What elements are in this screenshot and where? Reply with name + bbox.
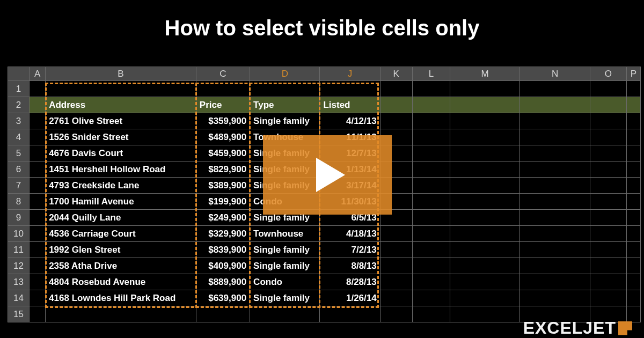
cell[interactable]	[412, 290, 450, 306]
cell[interactable]	[450, 290, 520, 306]
cell[interactable]	[590, 129, 626, 145]
cell[interactable]	[520, 113, 590, 129]
cell[interactable]	[590, 113, 626, 129]
cell[interactable]	[520, 274, 590, 290]
col-header-N[interactable]: N	[520, 67, 590, 81]
cell[interactable]	[450, 194, 520, 210]
cell[interactable]	[380, 226, 412, 242]
cell[interactable]	[30, 306, 46, 322]
cell[interactable]	[590, 145, 626, 161]
cell[interactable]	[320, 306, 380, 322]
cell[interactable]	[380, 81, 412, 97]
cell[interactable]	[520, 290, 590, 306]
col-header-L[interactable]: L	[412, 67, 450, 81]
row-header[interactable]: 3	[8, 113, 30, 129]
cell[interactable]	[626, 145, 640, 161]
cell[interactable]: $489,900	[196, 129, 250, 145]
cell[interactable]	[412, 258, 450, 274]
cell[interactable]	[626, 210, 640, 226]
row-header[interactable]: 13	[8, 274, 30, 290]
cell[interactable]	[30, 129, 46, 145]
cell[interactable]	[450, 81, 520, 97]
row-header[interactable]: 2	[8, 97, 30, 113]
cell[interactable]: Type	[250, 97, 320, 113]
cell[interactable]: 4793 Creekside Lane	[46, 178, 196, 194]
cell[interactable]: $199,900	[196, 194, 250, 210]
cell[interactable]	[520, 210, 590, 226]
cell[interactable]	[450, 129, 520, 145]
cell[interactable]	[250, 81, 320, 97]
cell[interactable]	[626, 274, 640, 290]
cell[interactable]: 4536 Carriage Court	[46, 226, 196, 242]
cell[interactable]	[590, 178, 626, 194]
cell[interactable]: 8/8/13	[320, 258, 380, 274]
cell[interactable]: Price	[196, 97, 250, 113]
cell[interactable]: Single family	[250, 242, 320, 258]
cell[interactable]	[196, 81, 250, 97]
cell[interactable]	[30, 81, 46, 97]
cell[interactable]	[380, 258, 412, 274]
cell[interactable]: $359,900	[196, 113, 250, 129]
cell[interactable]: 7/2/13	[320, 242, 380, 258]
cell[interactable]	[412, 194, 450, 210]
cell[interactable]	[450, 306, 520, 322]
cell[interactable]	[520, 226, 590, 242]
cell[interactable]: $409,900	[196, 258, 250, 274]
col-header-C[interactable]: C	[196, 67, 250, 81]
cell[interactable]	[380, 306, 412, 322]
cell[interactable]	[626, 97, 640, 113]
cell[interactable]	[590, 81, 626, 97]
cell[interactable]	[520, 129, 590, 145]
cell[interactable]	[450, 226, 520, 242]
cell[interactable]	[626, 226, 640, 242]
cell[interactable]: $329,900	[196, 226, 250, 242]
cell[interactable]	[626, 290, 640, 306]
cell[interactable]	[412, 226, 450, 242]
cell[interactable]	[412, 161, 450, 178]
cell[interactable]	[412, 274, 450, 290]
cell[interactable]: 8/28/13	[320, 274, 380, 290]
cell[interactable]: 1526 Snider Street	[46, 129, 196, 145]
cell[interactable]	[412, 145, 450, 161]
cell[interactable]	[590, 161, 626, 178]
cell[interactable]	[30, 145, 46, 161]
cell[interactable]	[520, 178, 590, 194]
cell[interactable]: 2044 Quilly Lane	[46, 210, 196, 226]
cell[interactable]	[520, 242, 590, 258]
cell[interactable]	[412, 178, 450, 194]
cell[interactable]	[412, 210, 450, 226]
cell[interactable]: $839,900	[196, 242, 250, 258]
row-header[interactable]: 9	[8, 210, 30, 226]
cell[interactable]: Single family	[250, 258, 320, 274]
cell[interactable]	[30, 194, 46, 210]
cell[interactable]	[626, 81, 640, 97]
cell[interactable]	[520, 97, 590, 113]
cell[interactable]	[626, 113, 640, 129]
cell[interactable]: 2358 Atha Drive	[46, 258, 196, 274]
cell[interactable]: $389,900	[196, 178, 250, 194]
cell[interactable]	[30, 210, 46, 226]
cell[interactable]	[46, 306, 196, 322]
cell[interactable]	[590, 97, 626, 113]
cell[interactable]	[590, 194, 626, 210]
cell[interactable]	[412, 113, 450, 129]
cell[interactable]	[450, 242, 520, 258]
col-header-O[interactable]: O	[590, 67, 626, 81]
cell[interactable]: Listed	[320, 97, 380, 113]
cell[interactable]: 1992 Glen Street	[46, 242, 196, 258]
row-header[interactable]: 6	[8, 161, 30, 178]
row-header[interactable]: 12	[8, 258, 30, 274]
cell[interactable]: $459,900	[196, 145, 250, 161]
cell[interactable]	[380, 274, 412, 290]
cell[interactable]	[450, 274, 520, 290]
cell[interactable]	[380, 242, 412, 258]
cell[interactable]: $249,900	[196, 210, 250, 226]
cell[interactable]	[380, 113, 412, 129]
cell[interactable]: 4804 Rosebud Avenue	[46, 274, 196, 290]
cell[interactable]	[30, 242, 46, 258]
col-header-K[interactable]: K	[380, 67, 412, 81]
row-header[interactable]: 11	[8, 242, 30, 258]
cell[interactable]	[450, 178, 520, 194]
cell[interactable]: 4/12/13	[320, 113, 380, 129]
row-header[interactable]: 4	[8, 129, 30, 145]
